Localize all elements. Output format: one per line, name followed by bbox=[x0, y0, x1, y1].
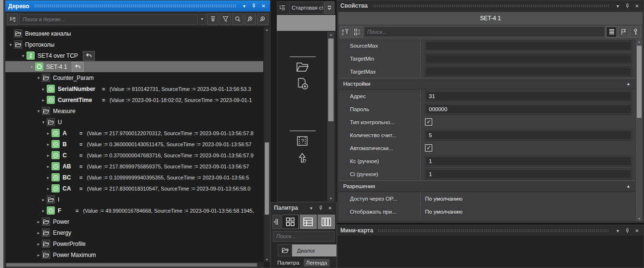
property-value-input[interactable]: 000000 bbox=[425, 104, 632, 115]
palette-columns-view-button[interactable] bbox=[318, 215, 335, 229]
expander-closed-icon[interactable]: ▸ bbox=[45, 153, 52, 158]
tree-item[interactable]: ▾Measure bbox=[5, 105, 264, 116]
scrollbar-thumb[interactable] bbox=[328, 38, 334, 121]
expander-closed-icon[interactable]: ▸ bbox=[35, 253, 42, 257]
tree-item[interactable]: ▸Energy bbox=[5, 227, 264, 238]
collapse-section-icon[interactable]: ▲ bbox=[626, 184, 631, 189]
search-next-button[interactable] bbox=[257, 13, 269, 25]
properties-scrollbar[interactable]: ▲ ▼ bbox=[635, 39, 643, 221]
scrollbar-thumb[interactable] bbox=[6, 263, 257, 267]
pin-icon[interactable] bbox=[624, 227, 631, 234]
pinned-tabs-icon[interactable] bbox=[277, 1, 288, 14]
tree-item[interactable]: ▸BC=(Value := 0.10999999940395355, Sourc… bbox=[5, 172, 264, 183]
tree-vertical-scrollbar[interactable]: ▲ ▼ bbox=[263, 27, 270, 262]
tree-item[interactable]: Внешние каналы bbox=[5, 28, 264, 39]
undo-button[interactable] bbox=[83, 51, 95, 61]
expander-closed-icon[interactable]: ▸ bbox=[35, 230, 42, 235]
tab-palette[interactable]: Палитра bbox=[275, 259, 302, 267]
tree-item[interactable]: ▸F=(Value := 49.9900016784668, SourceTim… bbox=[5, 205, 264, 216]
close-icon[interactable]: ✕ bbox=[326, 204, 334, 212]
tab-list-dropdown-button[interactable] bbox=[324, 1, 335, 14]
expander-open-icon[interactable]: ▾ bbox=[35, 76, 42, 80]
tree-item[interactable]: ▸Power bbox=[5, 216, 264, 227]
properties-search-input[interactable] bbox=[364, 26, 605, 37]
expander-closed-icon[interactable]: ▸ bbox=[35, 242, 42, 246]
property-value-input[interactable] bbox=[425, 66, 632, 77]
search-previous-button[interactable] bbox=[245, 13, 256, 25]
tab-start-page[interactable]: Стартовая ст bbox=[289, 1, 323, 14]
expander-closed-icon[interactable]: ▸ bbox=[45, 164, 52, 169]
tree-item[interactable]: ▸C=(Value := 0.3700000047683716, SourceT… bbox=[5, 150, 264, 161]
expander-closed-icon[interactable]: ▸ bbox=[45, 142, 52, 147]
list-view-button[interactable] bbox=[606, 26, 617, 38]
tree-item[interactable]: ▸PowerProfile bbox=[5, 238, 264, 249]
tree-item[interactable]: ▾Counter_Param bbox=[5, 72, 264, 83]
expander-open-icon[interactable]: ▾ bbox=[40, 120, 47, 125]
scroll-down-icon[interactable]: ▼ bbox=[636, 216, 643, 221]
key-button[interactable] bbox=[630, 26, 641, 38]
property-value-input[interactable]: 1 bbox=[425, 169, 632, 179]
tree-item[interactable]: ▸SerialNumber=(Value := 810142731, Sourc… bbox=[5, 83, 264, 94]
scrollbar-thumb[interactable] bbox=[265, 142, 269, 215]
expander-open-icon[interactable]: ▾ bbox=[35, 109, 42, 114]
property-section-header[interactable]: Настройки▲ bbox=[338, 78, 635, 89]
new-project-icon[interactable] bbox=[295, 77, 310, 90]
whats-new-icon[interactable]: ? bbox=[295, 152, 310, 164]
tree-item[interactable]: ▾SET4 over TCP bbox=[5, 50, 264, 61]
tree-horizontal-scrollbar[interactable] bbox=[5, 262, 264, 268]
flag-button[interactable] bbox=[618, 26, 629, 38]
panel-menu-icon[interactable]: ▾ bbox=[241, 2, 248, 10]
categorized-view-button[interactable] bbox=[352, 26, 363, 38]
palette-grid-view-button[interactable] bbox=[282, 215, 299, 229]
pin-icon[interactable] bbox=[250, 2, 258, 10]
tree-item[interactable]: ▸B=(Value := 0.36000001430511475, Source… bbox=[5, 139, 264, 150]
expander-closed-icon[interactable]: ▸ bbox=[40, 208, 47, 213]
filter-button[interactable] bbox=[219, 13, 231, 25]
search-dropdown-icon[interactable]: ▾ bbox=[199, 14, 206, 25]
property-value-input[interactable]: 5 bbox=[425, 130, 632, 140]
scrollbar-thumb[interactable] bbox=[637, 46, 642, 118]
pin-icon[interactable] bbox=[317, 204, 324, 212]
undo-button[interactable] bbox=[72, 62, 84, 72]
property-section-header[interactable]: Разрешения▲ bbox=[338, 180, 635, 192]
tree-search-input[interactable] bbox=[19, 14, 198, 25]
property-value-text[interactable]: По умолчанию bbox=[425, 196, 463, 202]
titlebar-drag-dots[interactable] bbox=[373, 4, 609, 8]
tree-item[interactable]: ▾Протоколы bbox=[5, 39, 264, 50]
expander-closed-icon[interactable]: ▸ bbox=[40, 98, 47, 102]
scroll-up-icon[interactable]: ▲ bbox=[327, 32, 335, 37]
expander-closed-icon[interactable]: ▸ bbox=[35, 219, 42, 224]
tree-item[interactable]: ▸CurrentTime=(Value := 2023-09-01-18:02:… bbox=[5, 94, 264, 105]
scroll-down-icon[interactable]: ▼ bbox=[327, 196, 335, 201]
tree-item[interactable]: ▾U bbox=[5, 116, 264, 128]
start-page-scrollbar[interactable]: ▲ ▼ bbox=[327, 32, 335, 201]
tree-item[interactable]: ▾SET-4 1 bbox=[5, 61, 264, 72]
panel-menu-icon[interactable]: ▾ bbox=[614, 227, 621, 234]
property-value-input[interactable] bbox=[425, 40, 632, 51]
tree-item[interactable]: ▸A=(Value := 217.97000122070312, SourceT… bbox=[5, 128, 264, 139]
scroll-up-icon[interactable]: ▲ bbox=[264, 27, 270, 32]
sort-alphabetical-button[interactable]: AZ bbox=[340, 26, 351, 38]
pin-icon[interactable] bbox=[624, 2, 631, 10]
tree-settings-button[interactable] bbox=[7, 13, 18, 25]
palette-table-view-button[interactable] bbox=[300, 215, 317, 229]
tree-item[interactable]: ▸AB=(Value := 217.80999755859375, Source… bbox=[5, 161, 264, 172]
expander-open-icon[interactable]: ▾ bbox=[20, 53, 26, 58]
expander-closed-icon[interactable]: ▸ bbox=[40, 197, 47, 202]
video-help-icon[interactable]: ? bbox=[295, 135, 310, 147]
expander-closed-icon[interactable]: ▸ bbox=[45, 131, 52, 136]
expander-open-icon[interactable]: ▾ bbox=[28, 64, 35, 69]
property-checkbox[interactable]: ✓ bbox=[425, 144, 432, 152]
property-value-input[interactable]: 1 bbox=[425, 156, 632, 166]
collapse-all-button[interactable] bbox=[207, 13, 219, 25]
panel-menu-icon[interactable]: ▾ bbox=[614, 2, 621, 10]
expander-open-icon[interactable]: ▾ bbox=[7, 42, 14, 47]
collapse-section-icon[interactable]: ▲ bbox=[626, 81, 631, 86]
close-icon[interactable]: ✕ bbox=[633, 227, 641, 234]
close-icon[interactable]: ✕ bbox=[633, 2, 641, 10]
titlebar-drag-dots[interactable] bbox=[378, 229, 609, 232]
expander-closed-icon[interactable]: ▸ bbox=[45, 186, 52, 191]
search-button[interactable] bbox=[232, 13, 244, 25]
close-icon[interactable]: ✕ bbox=[260, 2, 267, 10]
titlebar-drag-dots[interactable] bbox=[34, 4, 236, 8]
